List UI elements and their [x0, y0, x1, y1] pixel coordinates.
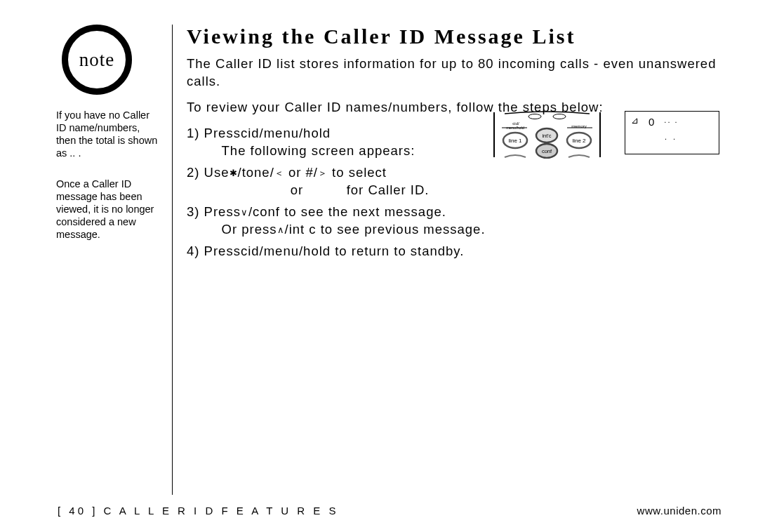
- display-dots-2: . .: [631, 132, 713, 142]
- page-heading: Viewing the Caller ID Message List: [187, 25, 723, 48]
- step-2: 2) Use✱/tone/＜ or #/＞ to select or for C…: [187, 164, 723, 199]
- sidebar-note-2: Once a Caller ID message has been viewed…: [56, 178, 165, 241]
- intro-paragraph-1: The Caller ID list stores information fo…: [187, 55, 723, 91]
- asterisk-icon: ✱: [230, 168, 238, 178]
- phone-display-diagram: ⊿ 0 .. . . .: [625, 111, 719, 154]
- svg-text:conf: conf: [542, 148, 552, 154]
- note-label: note: [79, 49, 115, 71]
- sidebar-note-1: If you have no Caller ID name/numbers, t…: [56, 109, 165, 160]
- step-4: 4) Presscid/menu/hold to return to stand…: [187, 243, 723, 260]
- chevron-down-icon: ∨: [241, 207, 248, 218]
- step-3: 3) Press∨/conf to see the next message. …: [187, 204, 723, 239]
- less-than-icon: ＜: [274, 168, 284, 178]
- svg-text:line 2: line 2: [572, 138, 586, 144]
- sidebar: note If you have no Caller ID name/numbe…: [56, 25, 172, 495]
- antenna-icon: ⊿: [631, 115, 639, 127]
- page-footer: [ 40 ] C A L L E R I D F E A T U R E S w…: [58, 505, 722, 517]
- greater-than-icon: ＞: [318, 168, 328, 178]
- page-container: note If you have no Caller ID name/numbe…: [56, 25, 723, 495]
- svg-point-2: [528, 114, 541, 119]
- footer-url: www.uniden.com: [637, 505, 722, 517]
- display-line-1: ⊿ 0 .. .: [631, 115, 713, 129]
- footer-page-label: [ 40 ] C A L L E R I D F E A T U R E S: [58, 505, 338, 517]
- chevron-up-icon: ∧: [277, 225, 285, 235]
- svg-point-3: [553, 114, 566, 119]
- svg-text:line 1: line 1: [508, 138, 522, 144]
- main-content: Viewing the Caller ID Message List The C…: [173, 25, 723, 495]
- svg-text:int'c: int'c: [542, 133, 551, 139]
- diagrams-row: cid/ menu/hold memory line 1 int'c conf …: [489, 111, 719, 159]
- display-dots-1: .. .: [664, 115, 678, 125]
- note-circle-icon: note: [62, 25, 132, 95]
- display-zero: 0: [649, 115, 654, 129]
- phone-keypad-diagram: cid/ menu/hold memory line 1 int'c conf …: [489, 111, 605, 159]
